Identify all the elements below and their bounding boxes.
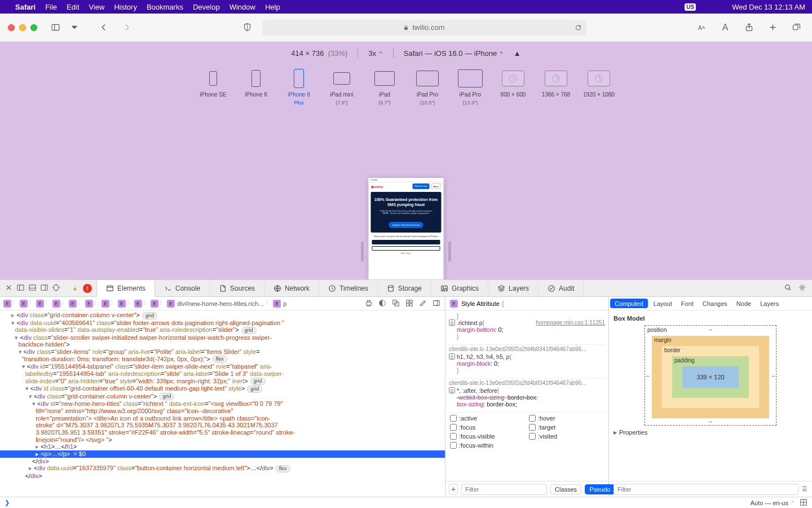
rdm-resize-handle-left[interactable]	[361, 242, 364, 262]
show-all-button[interactable]: ☰	[802, 485, 807, 493]
compositing-button[interactable]	[392, 299, 400, 308]
console-prompt-icon[interactable]: ❯	[5, 499, 10, 506]
rdm-warning-icon[interactable]: ▲	[514, 49, 521, 58]
svg-point-28	[389, 285, 394, 287]
inspector-search-button[interactable]	[784, 283, 792, 294]
menu-bookmarks[interactable]: Bookmarks	[147, 3, 183, 11]
box-model-heading[interactable]: Box Model	[614, 315, 807, 322]
close-inspector-button[interactable]	[5, 283, 13, 294]
device-preview[interactable]: 9:41AM ◉ twilio Start for freeMenu 100% …	[368, 177, 444, 279]
zoom-window-button[interactable]	[30, 24, 37, 31]
tab-elements[interactable]: Elements	[96, 280, 155, 297]
reload-icon[interactable]	[575, 24, 582, 31]
pseudo-focus-within[interactable]: :focus-within	[450, 442, 512, 449]
details-tabbar: Computed Layout Font Changes Node Layers	[609, 297, 812, 310]
dock-left-button[interactable]	[16, 283, 25, 294]
tab-layers[interactable]: Layers	[488, 280, 539, 296]
tab-layers2[interactable]: Layers	[756, 297, 783, 310]
element-picker-button[interactable]	[52, 283, 60, 294]
console-warnings-badge[interactable]: ▲	[70, 284, 80, 293]
tab-graphics[interactable]: Graphics	[431, 280, 488, 296]
sidebar-dropdown-button[interactable]	[70, 20, 79, 35]
tab-storage[interactable]: Storage	[378, 280, 431, 296]
tab-timelines[interactable]: Timelines	[319, 280, 378, 296]
properties-heading[interactable]: Properties	[614, 429, 807, 436]
tab-changes[interactable]: Changes	[698, 297, 732, 310]
device-1366x768[interactable]: 1366 × 768	[540, 68, 572, 98]
dom-tree[interactable]: ▸ <div class="grid-container-column v-ce…	[0, 310, 445, 497]
pseudo-visited[interactable]: :visited	[529, 433, 591, 440]
dock-bottom-button[interactable]	[28, 283, 37, 294]
tab-layout[interactable]: Layout	[649, 297, 677, 310]
pseudo-focus-visible[interactable]: :focus-visible	[450, 433, 512, 440]
device-iphone-se[interactable]: iPhone SE	[197, 68, 230, 98]
rdm-pixel-ratio[interactable]: 3x ⌃	[368, 49, 382, 58]
console-errors-badge[interactable]: !	[83, 284, 92, 293]
privacy-report-button[interactable]	[239, 20, 255, 35]
share-button[interactable]	[741, 20, 757, 35]
rdm-user-agent[interactable]: Safari — iOS 16.0 — iPhone ⌃	[404, 49, 504, 58]
tab-network[interactable]: Network	[264, 280, 319, 296]
close-window-button[interactable]	[8, 24, 15, 31]
status-language[interactable]: Auto — en-us	[751, 500, 788, 506]
pseudo-active[interactable]: :active	[450, 415, 512, 422]
device-ipad-pro-12[interactable]: iPad Pro(12.9")	[454, 68, 487, 106]
preview-tiny-link: Book a demo	[369, 252, 444, 255]
app-name[interactable]: Safari	[15, 3, 36, 11]
menu-view[interactable]: View	[89, 3, 105, 11]
pseudo-hover[interactable]: :hover	[529, 415, 591, 422]
menu-file[interactable]: File	[45, 3, 57, 11]
tab-node[interactable]: Node	[732, 297, 756, 310]
dom-breadcrumb[interactable]: E〉 E〉 E〉 E〉 E〉 E〉 E〉 E〉 E〉 E〉 Ediv#new-h…	[0, 297, 445, 310]
sidebar-toggle-button[interactable]	[47, 20, 63, 35]
preview-hero-title: 100% Guaranteed protection from SMS pump…	[374, 198, 438, 208]
computed-filter-input[interactable]	[614, 484, 798, 495]
tab-computed[interactable]: Computed	[610, 299, 648, 308]
menu-edit[interactable]: Edit	[67, 3, 79, 11]
menu-history[interactable]: History	[114, 3, 136, 11]
menu-help[interactable]: Help	[265, 3, 280, 11]
menubar-clock[interactable]: Wed Dec 13 12:13 AM	[732, 3, 805, 11]
toggle-right-sidebar-button[interactable]	[433, 299, 440, 308]
input-source-badge[interactable]: US	[685, 3, 696, 11]
status-grid-icon[interactable]	[800, 498, 807, 507]
reader-button[interactable]: AA	[694, 20, 709, 35]
tab-font[interactable]: Font	[677, 297, 698, 310]
back-button[interactable]	[96, 20, 112, 35]
device-ipad-pro-10[interactable]: iPad Pro(10.5")	[411, 68, 444, 106]
stylesheet-link[interactable]: homepage.min.css:1:11251	[536, 319, 605, 326]
new-tab-button[interactable]	[765, 20, 780, 35]
tab-console[interactable]: Console	[155, 280, 210, 296]
device-ipad[interactable]: iPad(9.7")	[368, 68, 401, 106]
tab-sources[interactable]: Sources	[210, 280, 264, 296]
tab-overview-button[interactable]	[788, 20, 804, 35]
address-bar[interactable]: twilio.com	[262, 20, 586, 36]
classes-toggle[interactable]: Classes	[550, 484, 581, 494]
styles-rules[interactable]: } {}.richtext p {homepage.min.css:1:1125…	[445, 310, 608, 481]
paint-flashing-button[interactable]	[405, 299, 413, 308]
print-styles-button[interactable]	[365, 299, 373, 308]
text-size-button[interactable]: A	[717, 20, 733, 35]
svg-rect-21	[41, 284, 47, 290]
new-rule-button[interactable]: ＋	[449, 484, 458, 495]
device-iphone-8-plus[interactable]: iPhone 8Plus	[283, 68, 315, 106]
device-1920x1080[interactable]: 1920 × 1080	[582, 68, 615, 98]
box-model-diagram[interactable]: position – – – – margin – – – – border –	[645, 325, 776, 426]
rdm-dimensions[interactable]: 414 × 736 (33%)	[291, 49, 347, 58]
device-iphone-8[interactable]: iPhone 8	[240, 68, 272, 98]
edit-html-button[interactable]	[419, 299, 427, 308]
dock-right-button[interactable]	[40, 283, 48, 294]
color-scheme-button[interactable]	[378, 299, 386, 308]
minimize-window-button[interactable]	[19, 24, 26, 31]
pseudo-target[interactable]: :target	[529, 424, 591, 431]
tab-audit[interactable]: Audit	[539, 280, 584, 296]
device-800x600[interactable]: 800 × 600	[497, 68, 529, 98]
pseudo-focus[interactable]: :focus	[450, 424, 512, 431]
styles-filter-input[interactable]	[461, 484, 547, 495]
rdm-resize-handle-right[interactable]	[448, 242, 451, 262]
menu-window[interactable]: Window	[230, 3, 255, 11]
forward-button[interactable]	[118, 20, 134, 35]
device-ipad-mini[interactable]: iPad mini(7.9")	[325, 68, 358, 106]
menu-develop[interactable]: Develop	[193, 3, 220, 11]
inspector-settings-button[interactable]	[798, 283, 806, 294]
